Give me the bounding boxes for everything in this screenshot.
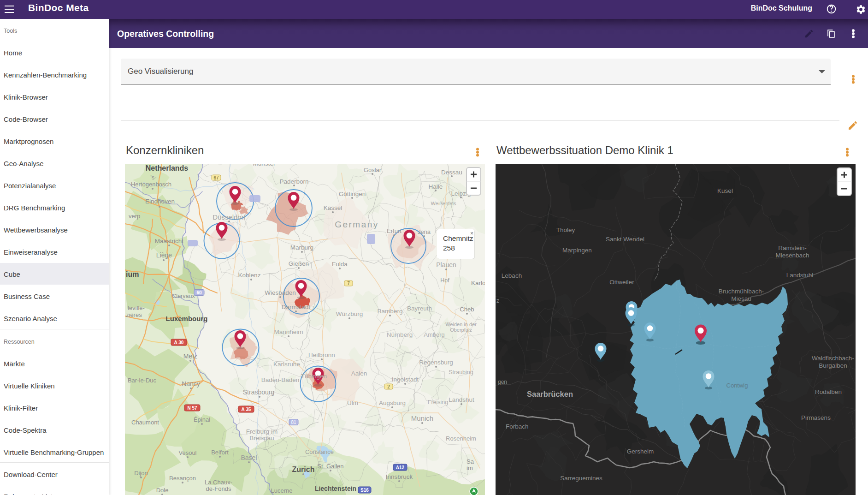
svg-text:ium: ium <box>126 270 139 278</box>
svg-text:z: z <box>496 298 499 304</box>
svg-text:S16: S16 <box>360 488 369 493</box>
svg-text:Karlovy V: Karlovy V <box>471 280 485 286</box>
svg-text:Kusel: Kusel <box>717 187 733 194</box>
svg-text:Innsbruck: Innsbruck <box>386 473 413 480</box>
svg-text:Amberg: Amberg <box>424 331 445 338</box>
svg-text:Metz: Metz <box>183 352 197 360</box>
svg-text:Sankt Wendel: Sankt Wendel <box>606 236 644 243</box>
svg-text:Pirmasens: Pirmasens <box>801 414 831 421</box>
svg-text:Bar-le-Duc: Bar-le-Duc <box>128 377 157 384</box>
svg-text:de-Fonds: de-Fonds <box>206 485 231 492</box>
svg-text:Fulda: Fulda <box>332 261 348 268</box>
svg-text:Dessau: Dessau <box>441 169 462 176</box>
svg-text:Forbach: Forbach <box>506 423 529 430</box>
svg-text:Eindhoven: Eindhoven <box>145 198 175 205</box>
svg-text:Plauen: Plauen <box>436 261 456 268</box>
svg-text:258: 258 <box>443 244 455 252</box>
svg-text:Vesoul: Vesoul <box>178 449 196 456</box>
svg-text:Freiburg im: Freiburg im <box>246 428 278 435</box>
svg-text:Hertogenbosch: Hertogenbosch <box>131 181 171 188</box>
svg-text:Netherlands: Netherlands <box>146 164 189 172</box>
svg-text:Liechtenstein: Liechtenstein <box>315 485 356 492</box>
svg-text:Rodalben: Rodalben <box>815 388 842 395</box>
svg-text:Waldfischbach-: Waldfischbach- <box>812 355 854 362</box>
svg-text:A12: A12 <box>396 465 405 470</box>
svg-text:gen: gen <box>498 379 507 385</box>
svg-text:Constance: Constance <box>305 448 334 455</box>
svg-text:Landstuhl: Landstuhl <box>786 272 814 279</box>
svg-text:81: 81 <box>291 420 296 425</box>
svg-text:Straubing: Straubing <box>449 369 473 376</box>
svg-text:Rosenheim: Rosenheim <box>446 435 476 442</box>
svg-text:Sarreguemines: Sarreguemines <box>560 475 602 482</box>
svg-text:Jena: Jena <box>418 228 431 235</box>
svg-text:Breisgau: Breisgau <box>249 435 274 441</box>
svg-text:Halle: Halle <box>429 183 443 190</box>
svg-text:Aalen: Aalen <box>351 370 367 377</box>
svg-text:Würzburg: Würzburg <box>336 310 363 317</box>
svg-text:67: 67 <box>213 175 219 180</box>
svg-text:Saarbrücken: Saarbrücken <box>527 390 573 398</box>
svg-text:Wiesbaden: Wiesbaden <box>265 289 296 296</box>
svg-text:Munich: Munich <box>411 414 433 422</box>
svg-text:'s-: 's- <box>150 174 156 181</box>
svg-text:Karlsruhe: Karlsruhe <box>273 361 300 368</box>
svg-text:Heilbronn: Heilbronn <box>308 352 335 358</box>
svg-text:Épinal: Épinal <box>194 416 210 423</box>
svg-text:Ottweiler: Ottweiler <box>609 279 634 286</box>
svg-text:Nancy: Nancy <box>182 380 200 388</box>
svg-text:Kassel: Kassel <box>324 204 342 211</box>
svg-text:Hof: Hof <box>440 277 449 284</box>
svg-text:Freising: Freising <box>428 399 449 406</box>
svg-text:Lucerne: Lucerne <box>271 487 293 494</box>
svg-text:St. Gallen: St. Gallen <box>317 463 343 470</box>
svg-text:Sa: Sa <box>466 458 474 465</box>
svg-text:Ingolstadt: Ingolstadt <box>392 376 419 383</box>
svg-text:Belfort: Belfort <box>211 449 229 456</box>
svg-text:Tholey: Tholey <box>556 227 575 233</box>
svg-text:Ulm: Ulm <box>347 400 358 406</box>
svg-text:Paderborn: Paderborn <box>279 178 308 185</box>
svg-text:Gießen: Gießen <box>289 260 309 267</box>
svg-text:2: 2 <box>387 384 390 389</box>
svg-text:Clervaux: Clervaux <box>172 293 195 299</box>
svg-text:Strasbourg: Strasbourg <box>243 388 274 396</box>
svg-text:Augsburg: Augsburg <box>379 400 406 406</box>
svg-text:Oberpfalz: Oberpfalz <box>450 327 472 333</box>
svg-text:60: 60 <box>196 290 202 295</box>
svg-text:Marburg: Marburg <box>290 244 313 251</box>
svg-text:Besançon: Besançon <box>169 475 196 482</box>
svg-text:Münster: Münster <box>253 164 276 167</box>
svg-text:Contwig: Contwig <box>726 382 748 389</box>
svg-text:Basel: Basel <box>241 454 257 461</box>
svg-text:Gersheim: Gersheim <box>627 448 654 455</box>
svg-text:A 30: A 30 <box>174 340 184 345</box>
svg-text:verp: verp <box>129 213 140 220</box>
svg-text:7: 7 <box>347 281 350 286</box>
svg-text:Bamberg: Bamberg <box>378 308 403 315</box>
svg-text:im: im <box>466 465 473 471</box>
svg-text:Cheb: Cheb <box>460 306 474 313</box>
svg-text:×: × <box>470 230 473 237</box>
svg-text:Dole: Dole <box>156 487 169 494</box>
svg-text:Chemnitz: Chemnitz <box>443 234 473 242</box>
svg-text:Marpingen: Marpingen <box>562 247 592 254</box>
svg-text:N 57: N 57 <box>187 406 197 411</box>
svg-text:Lebach: Lebach <box>502 272 522 279</box>
svg-text:Weiden in der: Weiden in der <box>445 322 477 327</box>
svg-text:Göttingen: Göttingen <box>339 191 366 197</box>
svg-text:Weißenfels: Weißenfels <box>431 201 456 206</box>
svg-text:Landshut: Landshut <box>449 396 474 403</box>
svg-text:Burgalben: Burgalben <box>819 362 847 369</box>
svg-text:Goslar: Goslar <box>364 167 382 173</box>
svg-text:Miesau: Miesau <box>731 295 751 302</box>
svg-text:Tübingen: Tübingen <box>301 373 327 380</box>
svg-text:Chaumont: Chaumont <box>131 419 159 426</box>
svg-text:Mannheim: Mannheim <box>274 328 303 335</box>
svg-text:Baden-Baden: Baden-Baden <box>261 376 300 383</box>
svg-text:Düsseldorf: Düsseldorf <box>213 213 246 221</box>
svg-text:Miesenbach: Miesenbach <box>776 252 809 259</box>
svg-text:A 35: A 35 <box>242 407 251 412</box>
svg-text:Germany: Germany <box>335 220 379 229</box>
svg-text:Dijon: Dijon <box>134 470 148 477</box>
